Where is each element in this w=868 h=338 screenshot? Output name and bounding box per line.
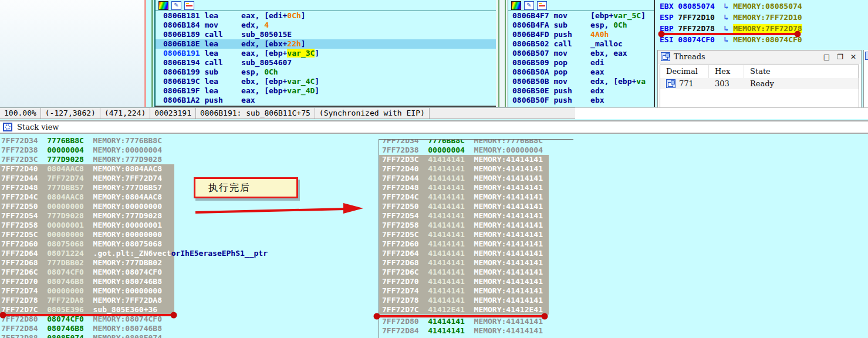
stack-row[interactable]: 7FF72D68 41414141 MEMORY:41414141 [382, 258, 543, 268]
restore-button[interactable]: ❐ [837, 53, 843, 61]
stack-row[interactable]: 7FF72D5C 41414141 MEMORY:41414141 [382, 230, 543, 239]
stack-row[interactable]: 7FF72D88 0808E074 MEMORY:0808E074 [1, 333, 268, 338]
stack-pane-clip [379, 134, 573, 139]
disasm-line[interactable]: 0806B4FD push 4A0h [508, 30, 654, 39]
graph-overview-area[interactable] [0, 0, 144, 107]
disasm-line[interactable]: 0806B191 lea eax, [ebp+var_3C] [156, 49, 496, 58]
disasm-line[interactable]: 0806B181 lea eax, [edi+0Ch] [156, 11, 496, 21]
disasm-line[interactable]: 0806B1A2 push eax [156, 96, 496, 105]
close-button[interactable]: ✕ [850, 53, 856, 61]
stack-dump-before: 7FF72D34 7776BB8C MEMORY:7776BB8C7FF72D3… [1, 136, 268, 338]
partial-window-icon [865, 52, 868, 60]
stack-row[interactable]: 7FF72D5C 00000000 MEMORY:00000000 [1, 230, 268, 239]
status-bar-filler [575, 107, 868, 119]
disassembly-toolbar [156, 0, 496, 11]
stack-row[interactable]: 7FF72D48 41414141 MEMORY:41414141 [382, 183, 543, 192]
colors-palette-icon[interactable] [511, 1, 521, 10]
stack-row[interactable]: 7FF72D74 41414141 MEMORY:41414141 [382, 286, 543, 296]
maximize-button[interactable]: □ [823, 53, 830, 61]
stack-row[interactable]: 7FF72D70 080746B8 MEMORY:080746B8 [1, 277, 268, 286]
threads-window-icon [661, 52, 670, 61]
stack-view-titlebar[interactable]: Stack view [0, 120, 868, 134]
edit-pencil-icon[interactable] [524, 1, 534, 10]
stack-row[interactable]: 7FF72D3C 777D9028 MEMORY:777D9028 [1, 155, 268, 164]
stack-row[interactable]: 7FF72D74 00000000 MEMORY:00000000 [1, 286, 268, 296]
colors-palette-icon[interactable] [158, 1, 168, 10]
stack-row[interactable]: 7FF72D80 08074CF0 MEMORY:08074CF0 [1, 315, 268, 324]
disasm-line[interactable]: 0806B50A pop eax [508, 67, 654, 77]
disassembly-pane-right[interactable]: 0806B4F7 mov [ebp+var_5C]0806B4FA sub es… [508, 0, 655, 107]
column-header-hex[interactable]: Hex [709, 65, 744, 78]
registers-pane[interactable]: EBX 08085074 ↳ MEMORY:08085074ESP 7FF72D… [656, 0, 868, 49]
stack-row[interactable]: 7FF72D40 41414141 MEMORY:41414141 [382, 164, 543, 174]
splitter-line [498, 0, 499, 107]
disassembly-listing-left: 0806B181 lea eax, [edi+0Ch]0806B184 mov … [156, 11, 496, 105]
disasm-line[interactable]: 0806B184 mov edx, 4 [156, 21, 496, 30]
stack-row[interactable]: 7FF72D64 41414141 MEMORY:41414141 [382, 249, 543, 258]
stack-row[interactable]: 7FF72D54 777D9028 MEMORY:777D9028 [1, 211, 268, 221]
disasm-line[interactable]: 0806B199 sub esp, 0Ch [156, 67, 496, 77]
stack-row[interactable]: 7FF72D70 41414141 MEMORY:41414141 [382, 277, 543, 286]
stack-row[interactable]: 7FF72D40 0804AAC8 MEMORY:0804AAC8 [1, 164, 268, 174]
stack-row[interactable]: 7FF72D38 00000004 MEMORY:00000004 [382, 146, 543, 155]
disasm-line[interactable]: 0806B50F push ebx [508, 96, 654, 105]
stack-row[interactable]: 7FF72D4C 41414141 MEMORY:41414141 [382, 192, 543, 202]
column-header-decimal[interactable]: Decimal [660, 65, 709, 78]
disasm-line[interactable]: 0806B18E lea edx, [ebx+22h] [156, 39, 496, 49]
stack-row[interactable]: 7FF72D7C 41412E41 MEMORY:41412E41 [382, 305, 543, 315]
register-row[interactable]: ESP 7FF72D10 ↳ MEMORY:7FF72D10 [656, 13, 868, 24]
stack-row[interactable]: 7FF72D6C 08074CF0 MEMORY:08074CF0 [1, 268, 268, 277]
stack-row[interactable]: 7FF72D34 7776BB8C MEMORY:7776BB8C [1, 136, 268, 146]
disasm-line[interactable]: 0806B194 call sub_8054607 [156, 58, 496, 67]
disasm-line[interactable]: 0806B50E push edx [508, 86, 654, 96]
disasm-line[interactable]: 0806B19F lea eax, [ebp+var_4D] [156, 86, 496, 96]
stack-row[interactable]: 7FF72D60 41414141 MEMORY:41414141 [382, 239, 543, 249]
disasm-line[interactable]: 0806B4FA sub esp, 0Ch [508, 21, 654, 30]
stack-row[interactable]: 7FF72D68 777DBB02 MEMORY:777DBB02 [1, 258, 268, 268]
register-row[interactable]: ESI 08074CF0 ↳ MEMORY:08074CF0 [656, 35, 868, 46]
splitter-line [505, 0, 506, 107]
disasm-line[interactable]: 0806B19C lea ebx, [ebp+var_4C] [156, 77, 496, 86]
stack-row[interactable]: 7FF72D64 08071224 .got.plt:_ZN6vectorIhE… [1, 249, 268, 258]
disasm-line[interactable]: 0806B509 pop edi [508, 58, 654, 67]
stack-row[interactable]: 7FF72D80 41414141 MEMORY:41414141 [382, 317, 543, 326]
pane-splitter[interactable] [496, 0, 508, 107]
stack-row[interactable]: 7FF72D78 41414141 MEMORY:41414141 [382, 296, 543, 305]
disasm-line[interactable]: 0806B50B mov edx, [ebp+va [508, 77, 654, 86]
stack-row[interactable]: 7FF72D7C 0805E396 sub_805E360+36 [1, 305, 268, 315]
thread-icon [666, 79, 676, 88]
disasm-line[interactable]: 0806B502 call _malloc [508, 39, 654, 49]
edit-pencil-icon[interactable] [171, 1, 181, 10]
stack-row[interactable]: 7FF72D44 41414141 MEMORY:41414141 [382, 174, 543, 183]
stack-row[interactable]: 7FF72D6C 41414141 MEMORY:41414141 [382, 268, 543, 277]
threads-titlebar[interactable]: Threads □ ❐ ✕ [658, 50, 861, 63]
annotation-label: 执行完后 [208, 182, 251, 194]
sync-view-icon[interactable] [184, 1, 194, 10]
stack-row[interactable]: 7FF72D58 41414141 MEMORY:41414141 [382, 221, 543, 230]
stack-row[interactable]: 7FF72D84 080746B8 MEMORY:080746B8 [1, 324, 268, 333]
status-segment: 100.00% [0, 108, 41, 119]
disassembly-toolbar [508, 0, 654, 11]
stack-row[interactable]: 7FF72D38 00000004 MEMORY:00000004 [1, 146, 268, 155]
stack-row[interactable]: 7FF72D58 00000001 MEMORY:00000001 [1, 221, 268, 230]
thread-row[interactable]: 771 303 Ready [660, 78, 859, 89]
disasm-line[interactable]: 0806B4F7 mov [ebp+var_5C] [508, 11, 654, 21]
stack-row[interactable]: 7FF72D50 00000000 MEMORY:00000000 [1, 202, 268, 211]
status-bar: 100.00%(-127,3862)(471,224)000231910806B… [0, 107, 575, 119]
sync-view-icon[interactable] [537, 1, 547, 10]
disassembly-pane-left[interactable]: 0806B181 lea eax, [edi+0Ch]0806B184 mov … [154, 0, 496, 107]
annotation-callout: 执行完后 [194, 177, 298, 198]
stack-pane-divider [379, 139, 379, 338]
column-header-state[interactable]: State [744, 65, 859, 78]
stack-row[interactable]: 7FF72D78 7FF72DA8 MEMORY:7FF72DA8 [1, 296, 268, 305]
stack-row[interactable]: 7FF72D3C 41414141 MEMORY:41414141 [382, 155, 543, 164]
disasm-line[interactable]: 0806B507 mov ebx, eax [508, 49, 654, 58]
register-row[interactable]: EBP 7FF72D78 ↳ MEMORY:7FF72D78 [656, 24, 868, 35]
stack-row[interactable]: 7FF72D84 41414141 MEMORY:41414141 [382, 326, 543, 336]
thread-state: Ready [750, 79, 774, 88]
stack-row[interactable]: 7FF72D60 08075068 MEMORY:08075068 [1, 239, 268, 249]
register-row[interactable]: EBX 08085074 ↳ MEMORY:08085074 [656, 2, 868, 13]
disasm-line[interactable]: 0806B189 call sub_805015E [156, 30, 496, 39]
stack-row[interactable]: 7FF72D50 41414141 MEMORY:41414141 [382, 202, 543, 211]
stack-row[interactable]: 7FF72D54 41414141 MEMORY:41414141 [382, 211, 543, 221]
